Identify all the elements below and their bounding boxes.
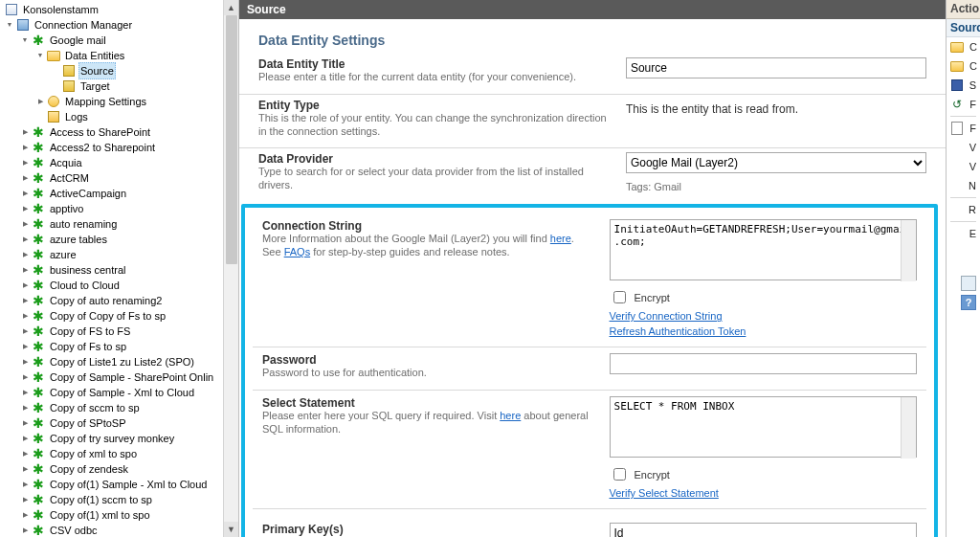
data-provider-select[interactable]: Google Mail (Layer2) — [626, 152, 926, 173]
tree-connection-item[interactable]: ✱Copy of Sample - Xml to Cloud — [4, 385, 238, 400]
tree-connection-item[interactable]: ✱ActiveCampaign — [4, 186, 238, 201]
tree-connection-item[interactable]: ✱Copy of Fs to sp — [4, 339, 238, 354]
tree-google-mail[interactable]: ✱ Google mail — [4, 33, 238, 48]
chevron-right-icon[interactable] — [19, 325, 31, 337]
conn-link-here[interactable]: here — [550, 233, 571, 244]
help-icon[interactable]: ? — [961, 295, 976, 310]
conn-encrypt-checkbox[interactable] — [613, 291, 626, 303]
conn-link-faqs[interactable]: FAQs — [284, 246, 311, 257]
chevron-right-icon[interactable] — [19, 203, 31, 214]
tree-connection-item[interactable]: ✱Copy of sccm to sp — [4, 400, 238, 415]
chevron-right-icon[interactable] — [19, 126, 31, 138]
chevron-right-icon[interactable] — [19, 142, 31, 153]
chevron-right-icon[interactable] — [19, 310, 31, 322]
action-item[interactable]: C — [947, 56, 980, 76]
action-item[interactable]: ↺F — [947, 95, 980, 114]
action-item[interactable]: F — [947, 119, 980, 138]
chevron-right-icon[interactable] — [19, 188, 31, 199]
tree-connection-item[interactable]: ✱business central — [4, 262, 238, 278]
refresh-token-link[interactable]: Refresh Authentication Token — [610, 325, 746, 337]
tree-connection-item[interactable]: ✱Copy of xml to spo — [4, 446, 238, 461]
password-input[interactable] — [610, 353, 917, 374]
chevron-right-icon[interactable] — [19, 387, 31, 398]
tree-connection-item[interactable]: ✱Access to SharePoint — [4, 124, 238, 140]
chevron-right-icon[interactable] — [19, 249, 31, 260]
panel-icon[interactable] — [961, 276, 976, 291]
tree-connection-item[interactable]: ✱Cloud to Cloud — [4, 278, 238, 293]
action-item[interactable]: N — [947, 176, 980, 195]
tree-connection-item[interactable]: ✱azure tables — [4, 232, 238, 247]
tree-connection-item[interactable]: ✱Copy of Liste1 zu Liste2 (SPO) — [4, 354, 238, 369]
textarea-scrollbar[interactable] — [901, 397, 916, 459]
scroll-up-icon[interactable]: ▲ — [224, 0, 238, 15]
tree-source[interactable]: Source — [4, 63, 238, 78]
chevron-right-icon[interactable] — [19, 494, 31, 505]
tree-connection-item[interactable]: ✱Copy of FS to FS — [4, 324, 238, 339]
chevron-right-icon[interactable] — [19, 295, 31, 306]
select-link-here[interactable]: here — [500, 410, 521, 421]
connection-string-input[interactable]: InitiateOAuth=GETANDREFRESH;User=yourmai… — [610, 219, 917, 280]
chevron-right-icon[interactable] — [19, 402, 31, 414]
chevron-right-icon[interactable] — [34, 96, 46, 107]
tree-connection-item[interactable]: ✱Copy of Sample - SharePoint Onlin — [4, 369, 238, 385]
tree-connection-item[interactable]: ✱Access2 to Sharepoint — [4, 140, 238, 155]
chevron-right-icon[interactable] — [19, 463, 31, 475]
tree-connection-item[interactable]: ✱Copy of auto renaming2 — [4, 293, 238, 308]
action-item[interactable]: V — [947, 157, 980, 176]
tree-connection-item[interactable]: ✱Acquia — [4, 155, 238, 170]
chevron-right-icon[interactable] — [19, 448, 31, 459]
data-provider-tags: Tags: Gmail — [626, 173, 926, 192]
chevron-right-icon[interactable] — [19, 525, 31, 536]
action-item[interactable]: E — [947, 224, 980, 243]
folder-icon — [950, 61, 964, 72]
tree-root[interactable]: Konsolenstamm — [4, 2, 238, 17]
tree-connection-item[interactable]: ✱Copy of SPtoSP — [4, 415, 238, 431]
select-encrypt-checkbox[interactable] — [613, 468, 626, 481]
textarea-scrollbar[interactable] — [901, 220, 916, 281]
chevron-right-icon[interactable] — [19, 371, 31, 383]
tree-connection-item[interactable]: ✱Copy of(1) sccm to sp — [4, 492, 238, 507]
chevron-right-icon[interactable] — [19, 157, 31, 168]
tree-connection-item[interactable]: ✱Copy of(1) xml to spo — [4, 507, 238, 523]
chevron-right-icon[interactable] — [19, 172, 31, 184]
tree-target[interactable]: Target — [4, 78, 238, 94]
chevron-right-icon[interactable] — [19, 280, 31, 291]
chevron-right-icon[interactable] — [19, 356, 31, 368]
tree-connection-item[interactable]: ✱apptivo — [4, 201, 238, 216]
tree-connection-item[interactable]: ✱azure — [4, 247, 238, 262]
scroll-thumb[interactable] — [226, 15, 237, 264]
chevron-down-icon[interactable] — [19, 34, 31, 46]
action-item[interactable]: S — [947, 76, 980, 95]
verify-select-link[interactable]: Verify Select Statement — [610, 487, 719, 499]
tree-connection-item[interactable]: ✱Copy of Copy of Fs to sp — [4, 308, 238, 324]
chevron-right-icon[interactable] — [19, 509, 31, 521]
tree-connection-manager[interactable]: Connection Manager — [4, 17, 238, 33]
chevron-right-icon[interactable] — [19, 218, 31, 230]
entity-title-input[interactable] — [626, 57, 926, 78]
tree-connection-item[interactable]: ✱Copy of zendesk — [4, 461, 238, 477]
chevron-right-icon[interactable] — [19, 417, 31, 429]
verify-connection-link[interactable]: Verify Connection String — [610, 310, 723, 322]
action-item[interactable]: C — [947, 37, 980, 56]
select-statement-input[interactable]: SELECT * FROM INBOX — [610, 396, 917, 458]
tree-connection-item[interactable]: ✱Copy of try survey monkey — [4, 431, 238, 446]
chevron-right-icon[interactable] — [19, 234, 31, 245]
tree-connection-item[interactable]: ✱ActCRM — [4, 170, 238, 186]
chevron-right-icon[interactable] — [19, 433, 31, 444]
tree-data-entities[interactable]: Data Entities — [4, 48, 238, 63]
tree-connection-item[interactable]: ✱auto renaming — [4, 216, 238, 232]
tree-scrollbar[interactable]: ▲ ▼ — [223, 0, 238, 537]
action-item[interactable]: V — [947, 138, 980, 157]
chevron-down-icon[interactable] — [4, 19, 15, 31]
action-item[interactable]: R — [947, 200, 980, 219]
chevron-right-icon[interactable] — [19, 341, 31, 352]
tree-logs[interactable]: Logs — [4, 109, 238, 124]
tree-mapping-settings[interactable]: Mapping Settings — [4, 94, 238, 109]
chevron-right-icon[interactable] — [19, 264, 31, 276]
chevron-down-icon[interactable] — [34, 50, 46, 61]
scroll-down-icon[interactable]: ▼ — [224, 522, 238, 537]
chevron-right-icon[interactable] — [19, 479, 31, 490]
primary-key-input[interactable] — [610, 523, 917, 537]
tree-connection-item[interactable]: ✱CSV odbc — [4, 523, 238, 537]
tree-connection-item[interactable]: ✱Copy of(1) Sample - Xml to Cloud — [4, 477, 238, 492]
